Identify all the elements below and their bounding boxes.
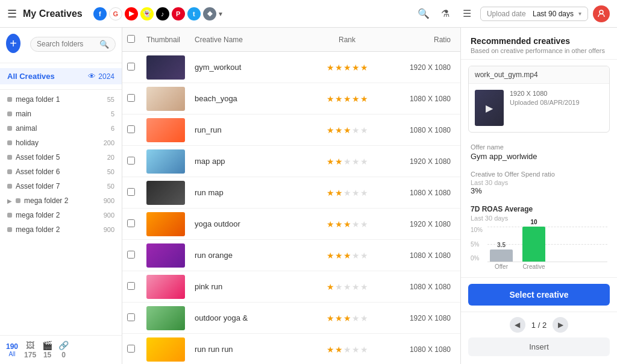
recommended-panel: Recommended creatives Based on creative … xyxy=(460,28,617,364)
folder-name: main xyxy=(16,110,31,118)
creative-bar-label: Creative xyxy=(522,263,545,270)
row-ratio: 1920 X 1080 xyxy=(383,220,456,228)
star-icon: ★ xyxy=(327,282,334,292)
pinterest-icon[interactable]: P xyxy=(172,7,185,20)
row-checkbox-cell xyxy=(127,345,146,354)
thumbnail-image xyxy=(146,118,185,142)
folder-list: mega folder 1 55 main 5 animal 6 holiday… xyxy=(0,90,122,335)
row-checkbox[interactable] xyxy=(127,345,135,353)
folder-item[interactable]: animal 6 xyxy=(0,121,122,136)
roas-bar-chart: 10% 5% 0% 3.5 10 xyxy=(471,227,607,275)
footer-tab-links[interactable]: 🔗 0 xyxy=(58,340,69,359)
table-row[interactable]: run orange ★★★★★ 1080 X 1080 xyxy=(122,240,460,271)
upload-date-filter[interactable]: Upload date Last 90 days ▾ xyxy=(480,7,588,21)
networks-chevron-icon[interactable]: ▾ xyxy=(219,10,222,18)
select-all-checkbox[interactable] xyxy=(127,35,135,43)
search-box[interactable]: 🔍 xyxy=(30,37,116,52)
row-ratio: 1080 X 1080 xyxy=(383,345,456,354)
add-folder-button[interactable]: + xyxy=(6,34,20,53)
folder-item[interactable]: main 5 xyxy=(0,107,122,121)
footer-tab-images[interactable]: 🖼 175 xyxy=(24,340,36,359)
row-checkbox-cell xyxy=(127,313,146,323)
row-checkbox[interactable] xyxy=(127,313,135,321)
stars: ★★★★★ xyxy=(327,94,368,104)
snapchat-icon[interactable]: 👻 xyxy=(140,7,154,20)
link-icon: 🔗 xyxy=(58,340,69,350)
list-icon[interactable]: ☰ xyxy=(459,5,475,22)
insert-button[interactable]: Insert xyxy=(468,337,610,356)
thumbnail-image xyxy=(146,243,185,268)
row-checkbox[interactable] xyxy=(127,282,135,290)
facebook-icon[interactable]: f xyxy=(93,7,107,20)
footer-tab-all[interactable]: 190 All xyxy=(6,342,18,357)
all-creatives-item[interactable]: All Creatives 👁 2024 xyxy=(0,68,122,84)
table-row[interactable]: outdoor yoga & ★★★★★ 1920 X 1080 xyxy=(122,303,460,334)
row-creative-name: beach_yoga xyxy=(195,94,311,103)
row-checkbox[interactable] xyxy=(127,188,135,196)
table-row[interactable]: run map ★★★★★ 1080 X 1080 xyxy=(122,177,460,209)
filter-icon[interactable]: ⚗ xyxy=(437,5,454,22)
row-checkbox[interactable] xyxy=(127,219,135,227)
search-folders-input[interactable] xyxy=(37,40,97,48)
tiktok-icon[interactable]: ♪ xyxy=(156,7,169,20)
row-checkbox[interactable] xyxy=(127,63,135,71)
google-icon[interactable]: G xyxy=(109,7,122,20)
row-thumbnail-cell xyxy=(146,181,195,205)
folder-name: Asset folder 6 xyxy=(16,168,60,176)
row-checkbox[interactable] xyxy=(127,157,135,165)
row-checkbox[interactable] xyxy=(127,94,135,102)
folder-item[interactable]: mega folder 2 900 xyxy=(0,222,122,237)
table-row[interactable]: run_run ★★★★★ 1080 X 1080 xyxy=(122,115,460,146)
table-row[interactable]: pink run ★★★★★ 1080 X 1080 xyxy=(122,271,460,303)
next-page-button[interactable]: ▶ xyxy=(553,317,568,333)
star-icon: ★ xyxy=(327,125,334,135)
star-icon: ★ xyxy=(343,219,351,229)
star-icon: ★ xyxy=(343,251,351,260)
table-row[interactable]: map app ★★★★★ 1920 X 1080 xyxy=(122,146,460,177)
folder-count: 6 xyxy=(111,125,114,132)
folder-item[interactable]: mega folder 2 900 xyxy=(0,208,122,222)
star-icon: ★ xyxy=(352,282,360,292)
row-creative-name: outdoor yoga & xyxy=(195,313,311,322)
table-row[interactable]: gym_workout ★★★★★ 1920 X 1080 xyxy=(122,52,460,83)
stars: ★★★★★ xyxy=(327,157,368,166)
folder-name: mega folder 2 xyxy=(24,196,68,205)
more-networks-icon[interactable]: ◆ xyxy=(203,7,216,20)
star-icon: ★ xyxy=(360,188,368,198)
row-checkbox[interactable] xyxy=(127,251,135,259)
star-icon: ★ xyxy=(335,313,343,323)
menu-icon[interactable]: ☰ xyxy=(7,7,17,20)
creative-bar-wrap: 10 xyxy=(522,219,545,262)
row-ratio: 1080 X 1080 xyxy=(383,126,456,134)
row-rank-cell: ★★★★★ xyxy=(311,282,383,292)
folder-left: mega folder 2 xyxy=(7,211,60,219)
star-icon: ★ xyxy=(360,345,368,354)
folder-item[interactable]: mega folder 1 55 xyxy=(0,92,122,107)
content-area: Thumbnail Creative Name Rank Ratio gym_w… xyxy=(122,28,460,364)
folder-dot-icon xyxy=(7,111,12,116)
folder-item[interactable]: ▶ mega folder 2 900 xyxy=(0,193,122,208)
row-creative-name: yoga outdoor xyxy=(195,219,311,228)
twitter-icon[interactable]: t xyxy=(187,7,201,20)
search-icon[interactable]: 🔍 xyxy=(415,5,432,22)
star-icon: ★ xyxy=(335,251,343,260)
row-creative-name: run orange xyxy=(195,251,311,260)
star-icon: ★ xyxy=(352,313,360,323)
table-row[interactable]: beach_yoga ★★★★★ 1080 X 1080 xyxy=(122,83,460,115)
youtube-icon[interactable]: ▶ xyxy=(125,7,138,20)
offer-bar-wrap: 3.5 xyxy=(490,242,513,262)
folder-item[interactable]: Asset folder 6 50 xyxy=(0,165,122,179)
prev-page-button[interactable]: ◀ xyxy=(510,317,525,333)
folder-name: Asset folder 7 xyxy=(16,182,60,190)
footer-tab-videos[interactable]: 🎬 15 xyxy=(42,340,52,359)
select-creative-button[interactable]: Select creative xyxy=(468,284,610,306)
user-avatar[interactable] xyxy=(593,5,610,22)
folder-item[interactable]: Asset folder 5 20 xyxy=(0,150,122,165)
folder-dot-icon xyxy=(16,198,20,203)
folder-item[interactable]: Asset folder 7 50 xyxy=(0,179,122,193)
stars: ★★★★★ xyxy=(327,345,368,354)
table-row[interactable]: yoga outdoor ★★★★★ 1920 X 1080 xyxy=(122,209,460,240)
table-row[interactable]: run run run ★★★★★ 1080 X 1080 xyxy=(122,334,460,364)
folder-item[interactable]: holiday 200 xyxy=(0,136,122,150)
row-checkbox[interactable] xyxy=(127,125,135,133)
